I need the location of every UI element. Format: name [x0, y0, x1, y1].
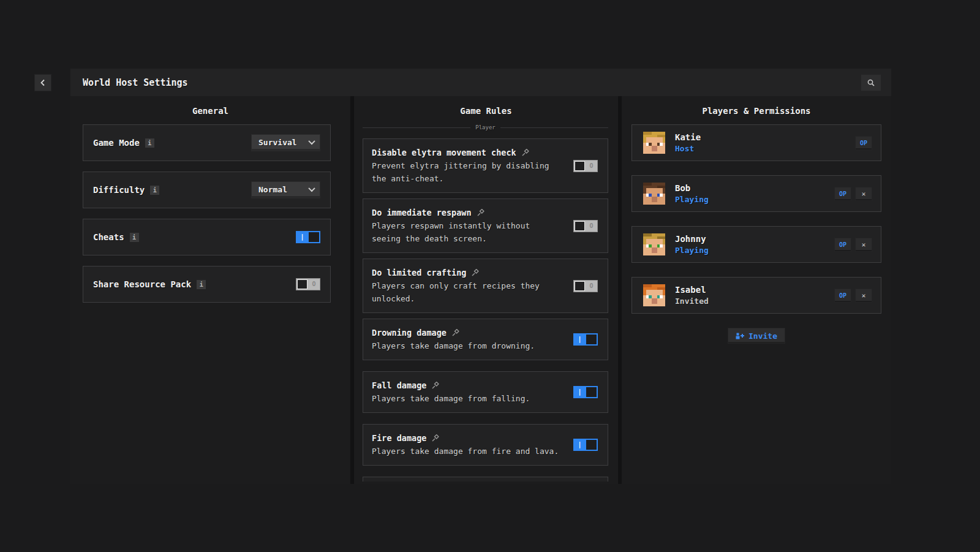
toggle-state-symbol: O: [308, 279, 320, 290]
toggle-knob: [575, 161, 585, 171]
toggle-knob: [297, 279, 307, 289]
player-card: Isabel Invited OP ✕: [631, 277, 881, 314]
player-card: Bob Playing OP ✕: [631, 175, 881, 212]
setting-card: Difficulty i Normal: [83, 172, 331, 208]
general-column: General Game Mode i Survival Difficulty …: [70, 96, 350, 484]
toggle-on[interactable]: |: [573, 333, 598, 346]
gamerule-pin-icon: [431, 434, 439, 442]
chevron-down-icon: [308, 138, 315, 145]
players-list: Katie Host OP Bob Playing OP ✕ Johnny Pl…: [622, 124, 891, 314]
dropdown-select[interactable]: Normal: [251, 181, 320, 198]
setting-control: O: [296, 278, 320, 290]
gamerule-card: Fall damage Players take damage from fal…: [363, 371, 608, 413]
gamerule-pin-icon: [431, 382, 439, 390]
search-icon: [867, 78, 875, 87]
gamerule-card: Fire damage Players take damage from fir…: [363, 424, 608, 466]
remove-player-button[interactable]: ✕: [855, 289, 872, 303]
panel-header: World Host Settings: [70, 69, 891, 96]
player-avatar: [643, 233, 665, 255]
toggle-off[interactable]: O: [573, 220, 598, 232]
toggle-off[interactable]: O: [573, 280, 598, 292]
toggle-off[interactable]: O: [296, 278, 320, 290]
gamerule-card: Disable elytra movement check Prevent el…: [363, 138, 608, 193]
toggle-state-symbol: |: [574, 387, 586, 398]
game-rules-column: Game Rules Player Disable elytra movemen…: [354, 96, 618, 484]
player-status: Playing: [675, 195, 824, 205]
dropdown-select[interactable]: Survival: [251, 134, 320, 151]
setting-label: Game Mode: [93, 138, 140, 148]
remove-player-button[interactable]: ✕: [855, 187, 872, 201]
gamerule-description: Prevent elytra jittering by disabling th…: [372, 159, 563, 185]
info-icon[interactable]: i: [130, 233, 139, 242]
setting-label: Share Resource Pack: [93, 279, 191, 289]
invite-button[interactable]: Invite: [728, 328, 785, 344]
toggle-knob: [575, 281, 585, 291]
gamerule-name: Disable elytra movement check: [372, 146, 516, 159]
op-button[interactable]: OP: [834, 289, 851, 303]
player-name: Katie: [675, 132, 845, 143]
search-button[interactable]: [861, 74, 881, 91]
gamerule-card: Do limited crafting Players can only cra…: [363, 259, 608, 313]
toggle-state-symbol: O: [586, 281, 597, 292]
setting-card: Cheats i |: [83, 219, 331, 255]
game-rules-title: Game Rules: [354, 96, 618, 124]
player-avatar: [643, 284, 665, 306]
gamerule-description: Players take damage from drowning.: [372, 339, 563, 352]
toggle-knob: [575, 221, 585, 231]
chevron-down-icon: [308, 185, 315, 192]
gamerule-card: Drowning damage Players take damage from…: [363, 319, 608, 360]
setting-control: |: [296, 231, 320, 243]
dropdown-value: Normal: [258, 185, 287, 194]
setting-label: Difficulty: [93, 185, 145, 195]
toggle-state-symbol: |: [296, 232, 308, 243]
setting-card: Share Resource Pack i O: [83, 266, 331, 303]
gamerule-description: Players take damage from falling.: [372, 392, 563, 405]
op-button[interactable]: OP: [834, 187, 851, 201]
op-button[interactable]: OP: [855, 136, 872, 150]
toggle-state-symbol: O: [586, 221, 597, 232]
player-name: Johnny: [675, 234, 824, 244]
gamerule-description: Players can only craft recipes they unlo…: [372, 279, 563, 305]
toggle-knob: [586, 440, 597, 450]
gamerule-pin-icon: [477, 209, 484, 217]
setting-control: Normal: [251, 181, 320, 198]
info-icon[interactable]: i: [150, 186, 159, 195]
gamerule-pin-icon: [471, 269, 479, 277]
toggle-on[interactable]: |: [573, 439, 598, 451]
back-button[interactable]: [34, 74, 51, 91]
gamerule-name: Do limited crafting: [372, 267, 466, 279]
general-title: General: [70, 96, 350, 124]
gamerule-description: Players take damage from fire and lava.: [372, 445, 563, 458]
rules-section-divider: Player: [363, 124, 608, 130]
gamerule-card-partial: [363, 477, 608, 482]
remove-player-button[interactable]: ✕: [855, 238, 872, 252]
player-card: Katie Host OP: [631, 124, 881, 161]
game-rules-list: Disable elytra movement check Prevent el…: [354, 138, 618, 466]
player-avatar: [643, 132, 665, 154]
toggle-on[interactable]: |: [296, 231, 320, 243]
general-settings-list: Game Mode i Survival Difficulty i Normal…: [70, 124, 350, 303]
player-name: Bob: [675, 183, 824, 194]
toggle-state-symbol: O: [586, 161, 597, 172]
invite-label: Invite: [748, 331, 777, 341]
toggle-knob: [586, 387, 597, 397]
info-icon[interactable]: i: [145, 138, 154, 148]
gamerule-pin-icon: [521, 149, 529, 157]
page-title: World Host Settings: [83, 77, 188, 88]
person-plus-icon: [736, 333, 744, 339]
toggle-knob: [309, 232, 319, 242]
setting-label: Cheats: [93, 232, 124, 242]
setting-control: Survival: [251, 134, 320, 151]
op-button[interactable]: OP: [834, 238, 851, 252]
world-host-settings-panel: World Host Settings General Game Mode i …: [70, 69, 891, 484]
gamerule-pin-icon: [451, 329, 459, 337]
gamerule-card: Do immediate respawn Players respawn ins…: [363, 198, 608, 253]
toggle-off[interactable]: O: [573, 160, 598, 172]
toggle-knob: [586, 335, 597, 344]
players-title: Players & Permissions: [622, 96, 891, 124]
toggle-on[interactable]: |: [573, 386, 598, 398]
toggle-state-symbol: |: [574, 439, 586, 450]
gamerule-name: Drowning damage: [372, 327, 447, 339]
info-icon[interactable]: i: [197, 280, 206, 289]
player-card: Johnny Playing OP ✕: [631, 226, 881, 263]
